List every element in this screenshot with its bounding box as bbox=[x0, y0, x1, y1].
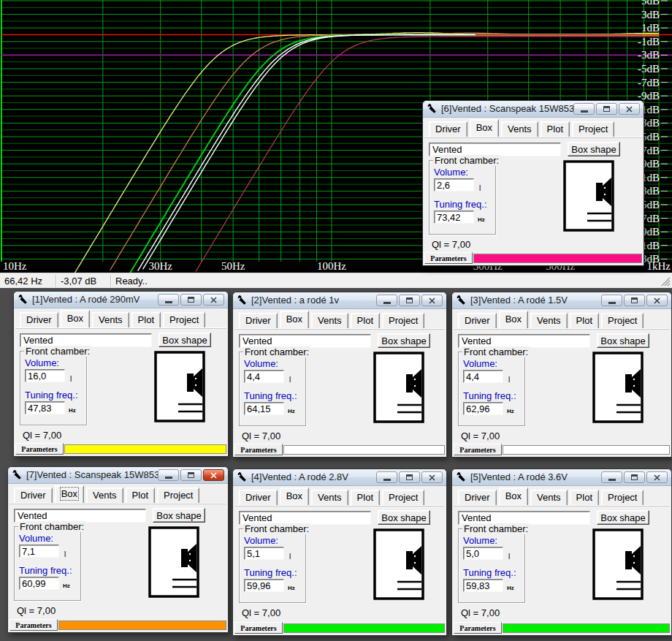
box-shape-button[interactable]: Box shape bbox=[378, 333, 430, 348]
minimize-button[interactable] bbox=[376, 295, 397, 306]
tab-vents[interactable]: Vents bbox=[311, 490, 348, 505]
close-button[interactable] bbox=[203, 469, 224, 481]
tab-driver[interactable]: Driver bbox=[14, 488, 53, 503]
tuning-freq-input[interactable] bbox=[25, 401, 65, 414]
volume-label: Volume: bbox=[463, 358, 497, 369]
close-button[interactable] bbox=[421, 295, 443, 306]
tab-box[interactable]: Box bbox=[470, 119, 499, 137]
tab-driver[interactable]: Driver bbox=[458, 490, 497, 505]
tab-vents[interactable]: Vents bbox=[311, 313, 348, 328]
tab-plot[interactable]: Plot bbox=[570, 313, 599, 328]
tab-strip: Driver Box Vents Plot Project bbox=[239, 311, 443, 328]
box-shape-button[interactable]: Box shape bbox=[568, 142, 620, 156]
minimize-button[interactable] bbox=[601, 471, 622, 483]
restore-button[interactable] bbox=[624, 295, 645, 306]
status-message: Ready.. bbox=[111, 275, 672, 287]
volume-input[interactable] bbox=[463, 547, 503, 560]
tab-project[interactable]: Project bbox=[382, 490, 424, 505]
restore-button[interactable] bbox=[624, 471, 645, 483]
tuning-freq-input[interactable] bbox=[244, 579, 284, 592]
close-button[interactable] bbox=[203, 294, 224, 306]
close-button[interactable] bbox=[646, 295, 668, 306]
restore-button[interactable] bbox=[180, 294, 202, 306]
restore-button[interactable] bbox=[180, 469, 202, 481]
tuning-freq-input[interactable] bbox=[434, 210, 474, 224]
volume-input[interactable] bbox=[244, 547, 284, 560]
minimize-button[interactable] bbox=[376, 471, 397, 483]
tab-box[interactable]: Box bbox=[499, 488, 528, 505]
parameters-tab[interactable]: Parameters bbox=[454, 622, 502, 634]
tab-box[interactable]: Box bbox=[499, 311, 528, 328]
restore-button[interactable] bbox=[399, 471, 420, 483]
front-chamber-group: Front chamber: Volume: l Tuning freq.: H… bbox=[20, 351, 87, 425]
tab-vents[interactable]: Vents bbox=[530, 313, 568, 328]
tab-vents[interactable]: Vents bbox=[530, 490, 568, 505]
resize-grip[interactable] bbox=[661, 277, 671, 287]
front-chamber-group: Front chamber: Volume: l Tuning freq.: H… bbox=[14, 526, 81, 601]
tab-driver[interactable]: Driver bbox=[458, 313, 497, 328]
box-shape-button[interactable]: Box shape bbox=[597, 510, 649, 525]
volume-input[interactable] bbox=[19, 545, 59, 558]
wrench-icon bbox=[456, 295, 467, 306]
minimize-button[interactable] bbox=[601, 295, 622, 306]
tab-plot[interactable]: Plot bbox=[351, 490, 380, 505]
restore-button[interactable] bbox=[399, 295, 420, 306]
tab-driver[interactable]: Driver bbox=[429, 121, 467, 137]
close-button[interactable] bbox=[646, 471, 668, 483]
tab-plot[interactable]: Plot bbox=[541, 121, 570, 137]
window-titlebar[interactable]: [5]Vented : A rodé 3.6V bbox=[452, 469, 671, 486]
tuning-freq-input[interactable] bbox=[19, 577, 59, 590]
tab-project[interactable]: Project bbox=[601, 490, 644, 505]
window-titlebar[interactable]: [4]Vented : A rodé 2.8V bbox=[233, 469, 446, 486]
parameters-tab[interactable]: Parameters bbox=[234, 622, 283, 634]
minimize-button[interactable] bbox=[573, 103, 595, 115]
tab-plot[interactable]: Plot bbox=[570, 490, 599, 505]
tab-driver[interactable]: Driver bbox=[239, 313, 278, 328]
volume-input[interactable] bbox=[244, 370, 284, 383]
tuning-freq-input[interactable] bbox=[463, 579, 503, 592]
minimize-button[interactable] bbox=[158, 294, 179, 306]
tab-plot[interactable]: Plot bbox=[351, 313, 380, 328]
volume-input[interactable] bbox=[434, 178, 474, 191]
tab-project[interactable]: Project bbox=[601, 313, 644, 328]
close-button[interactable] bbox=[619, 103, 640, 115]
tab-driver[interactable]: Driver bbox=[239, 490, 278, 505]
tab-box[interactable]: Box bbox=[61, 310, 90, 327]
volume-input[interactable] bbox=[25, 369, 65, 382]
parameters-tab[interactable]: Parameters bbox=[424, 252, 473, 264]
tab-box[interactable]: Box bbox=[280, 488, 309, 505]
window-title: [5]Vented : A rodé 3.6V bbox=[470, 471, 568, 482]
parameters-tab[interactable]: Parameters bbox=[454, 444, 502, 455]
tab-project[interactable]: Project bbox=[382, 313, 424, 328]
minimize-button[interactable] bbox=[158, 469, 179, 481]
parameters-tab[interactable]: Parameters bbox=[15, 443, 64, 455]
restore-button[interactable] bbox=[596, 103, 617, 115]
box-shape-button[interactable]: Box shape bbox=[378, 510, 430, 525]
box-shape-button[interactable]: Box shape bbox=[159, 333, 211, 347]
box-shape-button[interactable]: Box shape bbox=[153, 508, 205, 523]
tab-vents[interactable]: Vents bbox=[501, 121, 538, 137]
window-titlebar[interactable]: [3]Vented : A rodé 1.5V bbox=[452, 292, 671, 309]
window-titlebar[interactable]: [7]Vented : Scanspeak 15W8534... bbox=[8, 467, 228, 484]
tab-plot[interactable]: Plot bbox=[131, 312, 161, 327]
box-shape-button[interactable]: Box shape bbox=[597, 333, 649, 348]
window-titlebar[interactable]: [1]Vented : A rodé 290mV bbox=[14, 292, 228, 308]
tuning-freq-input[interactable] bbox=[244, 402, 284, 415]
tab-driver[interactable]: Driver bbox=[20, 312, 58, 327]
close-button[interactable] bbox=[421, 471, 443, 483]
window-titlebar[interactable]: [6]Vented : Scanspeak 15W8534... bbox=[423, 101, 644, 118]
tab-plot[interactable]: Plot bbox=[126, 488, 155, 503]
tab-vents[interactable]: Vents bbox=[86, 488, 123, 503]
tab-box[interactable]: Box bbox=[55, 485, 84, 503]
tab-box[interactable]: Box bbox=[280, 311, 309, 328]
window-titlebar[interactable]: [2]Vented : a rodé 1v bbox=[233, 292, 446, 309]
tab-vents[interactable]: Vents bbox=[92, 312, 129, 327]
vented-box-window: [4]Vented : A rodé 2.8V Driver Box Vents… bbox=[232, 469, 447, 636]
volume-input[interactable] bbox=[463, 370, 503, 383]
tab-project[interactable]: Project bbox=[157, 488, 199, 503]
parameters-tab[interactable]: Parameters bbox=[234, 444, 283, 455]
tab-project[interactable]: Project bbox=[572, 121, 614, 137]
tuning-freq-input[interactable] bbox=[463, 402, 503, 415]
tab-project[interactable]: Project bbox=[163, 312, 205, 327]
parameters-tab[interactable]: Parameters bbox=[9, 619, 58, 631]
